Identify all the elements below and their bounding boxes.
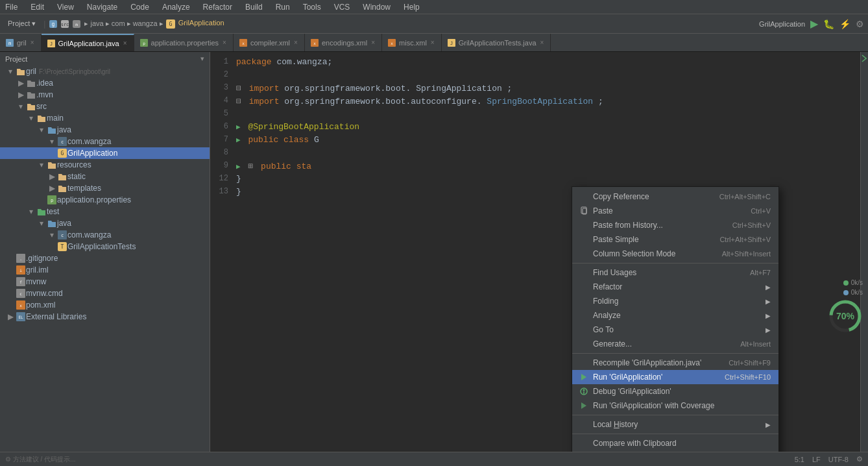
run-button[interactable]: ▶ <box>810 18 818 30</box>
tree-item-java[interactable]: ▾ java <box>0 124 210 136</box>
ctx-goto[interactable]: Go To ▶ <box>572 323 778 337</box>
menu-refactor[interactable]: Refactor <box>200 3 235 12</box>
ctx-local-history[interactable]: Local History ▶ <box>572 417 778 432</box>
scrollbar-track[interactable] <box>860 52 868 452</box>
tab-grilapplication[interactable]: J GrilApplication.java × <box>42 34 134 51</box>
tree-item-test-java[interactable]: ▾ java <box>0 217 210 229</box>
tree-item-gril[interactable]: ▾ gril F:\Project\Springboot\gril <box>0 66 210 77</box>
ctx-compare-clipboard-label: Compare with Clipboard <box>593 439 677 448</box>
svg-text:T: T <box>61 244 64 250</box>
ctx-column-selection[interactable]: Column Selection Mode Alt+Shift+Insert <box>572 247 778 261</box>
svg-text:c: c <box>61 140 64 145</box>
tab-encodingsxml[interactable]: x encodings.xml × <box>305 34 382 51</box>
svg-text:m: m <box>8 41 11 46</box>
tab-miscxml[interactable]: x misc.xml × <box>382 34 442 51</box>
ctx-find-usages[interactable]: Find Usages Alt+F7 <box>572 265 778 280</box>
tab-close-gril[interactable]: × <box>29 39 36 46</box>
ctx-paste[interactable]: Paste Ctrl+V <box>572 204 778 218</box>
ctx-debug[interactable]: Debug 'GrilApplication' <box>572 384 778 399</box>
menu-view[interactable]: View <box>54 3 77 12</box>
tab-gril[interactable]: m gril × <box>0 34 42 51</box>
tree-item-test-com[interactable]: ▾ c com.wangza <box>0 229 210 241</box>
menu-window[interactable]: Window <box>360 3 393 12</box>
ctx-file-encoding[interactable]: File Encoding <box>572 450 778 452</box>
tree-item-src[interactable]: ▾ src <box>0 101 210 112</box>
tree-item-appprops[interactable]: p application.properties <box>0 194 210 206</box>
debug-button[interactable]: 🐛 <box>823 19 834 29</box>
download-speed: 0k/s <box>851 289 863 296</box>
expand-icon-idea: ▶ <box>16 78 26 88</box>
svg-point-48 <box>583 389 585 391</box>
menu-file[interactable]: File <box>3 3 20 12</box>
ctx-paste-simple-label: Paste Simple <box>593 235 639 244</box>
svg-text:m: m <box>76 22 78 27</box>
menu-run[interactable]: Run <box>273 3 293 12</box>
tree-item-templates[interactable]: ▶ templates <box>0 182 210 194</box>
menu-code[interactable]: Code <box>128 3 152 12</box>
tab-close-encodingsxml[interactable]: × <box>370 39 376 46</box>
ctx-generate[interactable]: Generate... Alt+Insert <box>572 337 778 351</box>
tab-grilapptests[interactable]: J GrilApplicationTests.java × <box>442 34 551 51</box>
menu-vcs[interactable]: VCS <box>332 3 353 12</box>
tab-compilerxml[interactable]: x compiler.xml × <box>234 34 305 51</box>
tree-label-griliml: gril.iml <box>26 265 49 275</box>
tab-close-grilapplication[interactable]: × <box>122 40 128 47</box>
tab-close-grilapptests[interactable]: × <box>539 39 546 46</box>
tab-label-compilerxml: compiler.xml <box>250 39 290 47</box>
menu-tools[interactable]: Tools <box>300 3 324 12</box>
toolbar: Project ▾ | g src m ▸ java ▸ com ▸ wangz… <box>0 14 868 34</box>
bc-main[interactable]: m <box>73 19 82 28</box>
ctx-goto-label: Go To <box>593 325 614 334</box>
tree-item-comwangza[interactable]: ▾ c com.wangza <box>0 136 210 147</box>
ctx-copy-reference[interactable]: Copy Reference Ctrl+Alt+Shift+C <box>572 190 778 204</box>
tab-close-appprops[interactable]: × <box>221 39 228 46</box>
tab-appprops[interactable]: p application.properties × <box>134 34 234 51</box>
menu-analyze[interactable]: Analyze <box>160 3 193 12</box>
tab-close-miscxml[interactable]: × <box>429 39 436 46</box>
cpu-gauge[interactable]: 70% <box>828 299 863 334</box>
tree-item-gitignore[interactable]: . .gitignore <box>0 252 210 264</box>
ctx-run[interactable]: Run 'GrilApplication' Ctrl+Shift+F10 <box>572 370 778 384</box>
tab-close-compilerxml[interactable]: × <box>293 39 299 46</box>
tree-item-mvnwcmd[interactable]: c mvnw.cmd <box>0 288 210 299</box>
tree-item-idea[interactable]: ▶ .idea <box>0 77 210 89</box>
tree-item-main[interactable]: ▾ main <box>0 112 210 124</box>
tree-item-mvnw[interactable]: f mvnw <box>0 276 210 288</box>
tree-item-resources[interactable]: ▾ resources <box>0 159 210 171</box>
bc-grilapplication[interactable]: G GrilApplication <box>166 19 224 28</box>
tree-item-test[interactable]: ▾ test <box>0 206 210 217</box>
editor-area[interactable]: 1 package com.wangza; 2 3 ⊟ import org.s… <box>210 52 868 452</box>
ctx-paste-simple[interactable]: Paste Simple Ctrl+Alt+Shift+V <box>572 232 778 247</box>
menu-navigate[interactable]: Navigate <box>84 3 120 12</box>
ctx-column-selection-label: Column Selection Mode <box>593 249 675 258</box>
bc-gril[interactable]: g <box>49 19 58 28</box>
code-line-4: 4 ⊟ import org.springframework.boot.auto… <box>210 96 868 109</box>
menu-help[interactable]: Help <box>401 3 422 12</box>
ctx-folding[interactable]: Folding ▶ <box>572 294 778 308</box>
tree-item-mvn[interactable]: ▶ .mvn <box>0 89 210 101</box>
tree-item-external-libs[interactable]: ▶ EL External Libraries <box>0 311 210 323</box>
project-selector[interactable]: Project ▾ <box>4 18 40 29</box>
tree-item-grilapplication[interactable]: G GrilApplication <box>0 147 210 159</box>
ctx-compare-clipboard[interactable]: Compare with Clipboard <box>572 436 778 450</box>
folder-icon-java <box>47 125 57 135</box>
ctx-run-coverage[interactable]: Run 'GrilApplication' with Coverage <box>572 399 778 413</box>
bc-src[interactable]: src <box>61 19 70 28</box>
sidebar: Project ▾ ▾ gril F:\Project\Springboot\g… <box>0 52 210 452</box>
tree-item-grilapptests[interactable]: T GrilApplicationTests <box>0 241 210 252</box>
tree-label-resources: resources <box>57 160 91 169</box>
tree-label-test-java: java <box>57 219 71 228</box>
toolbar-extra2[interactable]: ⚙ <box>856 19 864 29</box>
menu-build[interactable]: Build <box>243 3 265 12</box>
tree-item-static[interactable]: ▶ static <box>0 171 210 182</box>
toolbar-extra[interactable]: ⚡ <box>839 19 850 29</box>
perf-download: 0k/s <box>843 289 863 296</box>
ctx-paste-history[interactable]: Paste from History... Ctrl+Shift+V <box>572 218 778 232</box>
menu-edit[interactable]: Edit <box>28 3 47 12</box>
ctx-recompile[interactable]: Recompile 'GrilApplication.java' Ctrl+Sh… <box>572 356 778 370</box>
ctx-analyze[interactable]: Analyze ▶ <box>572 308 778 323</box>
tree-item-pomxml[interactable]: x pom.xml <box>0 299 210 311</box>
tree-item-griliml[interactable]: i gril.iml <box>0 264 210 276</box>
ctx-paste-label: Paste <box>593 206 613 215</box>
ctx-refactor[interactable]: Refactor ▶ <box>572 280 778 294</box>
